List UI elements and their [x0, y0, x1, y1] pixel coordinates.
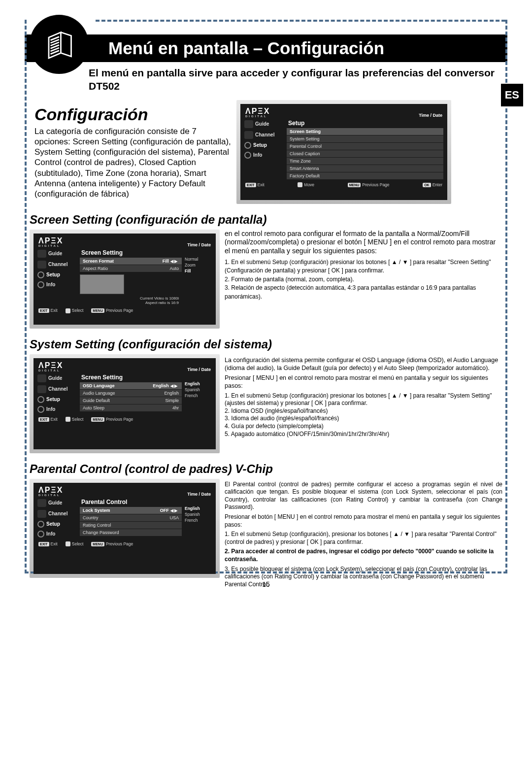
osd-system-setting: ΛPΞXDIGITAL Time / Date Guide Channel Se…	[30, 354, 220, 453]
osd-parental-control: ΛPΞXDIGITAL Time / Date Guide Channel Se…	[30, 479, 220, 578]
osd-setup-screenshot: ΛPΞXDIGITAL Time / Date Guide Channel Se…	[236, 100, 451, 204]
osd-panel-title: Setup	[287, 119, 443, 128]
page-number: 15	[0, 580, 532, 588]
manual-icon	[30, 15, 89, 74]
language-badge: ES	[501, 84, 523, 106]
osd-logo: ΛPΞXDIGITAL	[245, 107, 270, 118]
osd-sidebar: Guide Channel Setup Info	[244, 119, 284, 180]
osd-time-date: Time / Date	[419, 113, 442, 118]
osd-setup-list: Screen Setting System Setting Parental C…	[287, 128, 443, 180]
osd-footer: EXITExit Move MENUPrevious Page OKEnter	[240, 180, 447, 191]
osd-screen-setting: ΛPΞXDIGITAL Time / Date Guide Channel Se…	[30, 230, 220, 329]
